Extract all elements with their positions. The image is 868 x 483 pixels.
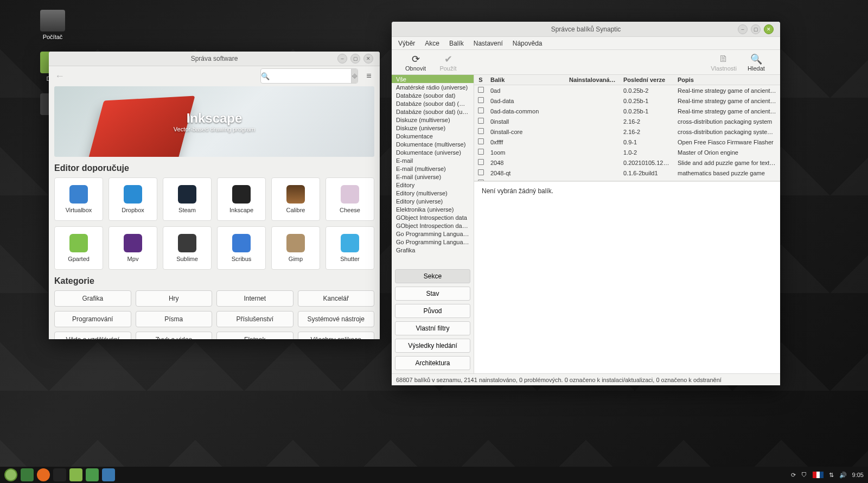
category-row[interactable]: Databáze (soubor dat) (universe): [392, 107, 474, 116]
maximize-button[interactable]: ▢: [350, 54, 360, 63]
table-row[interactable]: 0ad-data-common0.0.25b-1Real-time strate…: [474, 106, 780, 116]
category-row[interactable]: Dokumentace (multiverse): [392, 140, 474, 148]
category-row[interactable]: E-mail (universe): [392, 173, 474, 181]
table-row[interactable]: 20480.20210105.1243-1Slide and add puzzl…: [474, 157, 780, 168]
search-input[interactable]: [270, 69, 351, 83]
category-row[interactable]: E-mail: [392, 156, 474, 164]
category-button[interactable]: Flatpak: [216, 332, 293, 339]
app-tile-calibre[interactable]: Calibre: [271, 177, 320, 221]
package-checkbox[interactable]: [478, 128, 484, 134]
category-button[interactable]: Internet: [216, 290, 293, 307]
category-list[interactable]: VšeAmatérské rádio (universe)Databáze (s…: [392, 75, 474, 266]
app-tile-sublime[interactable]: Sublime: [163, 226, 212, 270]
terminal-launcher[interactable]: [53, 468, 66, 481]
category-row[interactable]: Diskuze (universe): [392, 124, 474, 132]
volume-icon[interactable]: 🔊: [839, 472, 847, 479]
category-row[interactable]: Dokumentace (universe): [392, 148, 474, 156]
category-row[interactable]: Editory (multiverse): [392, 189, 474, 197]
table-row[interactable]: 0ad0.0.25b-2Real-time strategy game of a…: [474, 85, 780, 96]
package-checkbox[interactable]: [478, 149, 484, 155]
tray-update-icon[interactable]: ⟳: [791, 472, 796, 479]
app-tile-gparted[interactable]: Gparted: [54, 226, 103, 270]
filter-button[interactable]: Vlastní filtry: [395, 321, 470, 335]
app-tile-dropbox[interactable]: Dropbox: [108, 177, 157, 221]
firefox-launcher[interactable]: [37, 468, 50, 481]
category-row[interactable]: Databáze (soubor dat) (multiverse): [392, 99, 474, 107]
desktop-icon-computer[interactable]: Počítač: [31, 10, 74, 40]
titlebar[interactable]: Správa software – ▢ ✕: [49, 52, 380, 66]
menu-item[interactable]: Balík: [449, 40, 464, 47]
table-row[interactable]: 2048-qt0.1.6-2build1mathematics based pu…: [474, 168, 780, 178]
category-row[interactable]: Go Programming Language (universe): [392, 238, 474, 246]
category-row[interactable]: E-mail (multiverse): [392, 164, 474, 173]
app-tile-gimp[interactable]: Gimp: [271, 226, 320, 270]
col-installed[interactable]: Nainstalovaná verze: [566, 75, 620, 85]
taskbar-app-2[interactable]: [102, 468, 115, 481]
category-row[interactable]: Editory (universe): [392, 197, 474, 205]
menu-item[interactable]: Nápověda: [513, 40, 542, 47]
app-tile-shutter[interactable]: Shutter: [326, 226, 374, 270]
category-row[interactable]: GObject Introspection data: [392, 213, 474, 221]
app-tile-inkscape[interactable]: Inkscape: [217, 177, 266, 221]
table-row[interactable]: 0install-core2.16-2cross-distribution pa…: [474, 126, 780, 137]
app-tile-cheese[interactable]: Cheese: [326, 177, 374, 221]
filter-button[interactable]: Původ: [395, 304, 470, 318]
minimize-button[interactable]: –: [337, 54, 347, 63]
table-row[interactable]: 2ping4.5-1Ping utility to determine dire…: [474, 178, 780, 181]
start-menu-button[interactable]: [4, 468, 17, 481]
package-checkbox[interactable]: [478, 138, 484, 144]
app-tile-steam[interactable]: Steam: [163, 177, 212, 221]
taskbar-app-1[interactable]: [86, 468, 99, 481]
app-tile-virtualbox[interactable]: Virtualbox: [54, 177, 103, 221]
network-icon[interactable]: ⇅: [829, 472, 834, 479]
category-button[interactable]: Systémové nástroje: [298, 311, 375, 327]
category-button[interactable]: Hry: [136, 290, 213, 307]
package-checkbox[interactable]: [478, 107, 484, 113]
package-checkbox[interactable]: [478, 118, 484, 124]
category-button[interactable]: Programování: [54, 311, 131, 327]
minimize-button[interactable]: –: [738, 24, 748, 34]
col-latest[interactable]: Poslední verze: [620, 75, 674, 85]
menu-item[interactable]: Výběr: [398, 40, 415, 47]
package-checkbox[interactable]: [478, 87, 484, 93]
close-button[interactable]: ✕: [363, 54, 373, 63]
category-button[interactable]: Zvuk a video: [136, 332, 213, 339]
clock[interactable]: 9:05: [852, 472, 864, 478]
keyboard-layout-icon[interactable]: [813, 472, 824, 478]
category-row[interactable]: GObject Introspection data (universe): [392, 221, 474, 230]
hamburger-menu-button[interactable]: ≡: [362, 69, 375, 82]
category-row[interactable]: Diskuze (multiverse): [392, 116, 474, 124]
category-button[interactable]: Písma: [136, 311, 213, 327]
app-tile-mpv[interactable]: Mpv: [108, 226, 157, 270]
search-button[interactable]: 🔍Hledat: [740, 53, 773, 72]
package-checkbox[interactable]: [478, 180, 484, 181]
package-checkbox[interactable]: [478, 169, 484, 175]
files-launcher[interactable]: [69, 468, 82, 481]
col-status[interactable]: S: [474, 75, 487, 85]
filter-button[interactable]: Stav: [395, 287, 470, 301]
table-row[interactable]: 0ad-data0.0.25b-1Real-time strategy game…: [474, 96, 780, 106]
search-go-button[interactable]: ⎆: [351, 69, 358, 83]
table-header[interactable]: S Balík Nainstalovaná verze Poslední ver…: [474, 75, 780, 85]
filter-button[interactable]: Architektura: [395, 356, 470, 370]
app-tile-scribus[interactable]: Scribus: [217, 226, 266, 270]
package-checkbox[interactable]: [478, 97, 484, 103]
table-row[interactable]: 1oom1.0-2Master of Orion engine: [474, 147, 780, 157]
titlebar[interactable]: Správce balíků Synaptic – ▢ ✕: [392, 22, 780, 37]
category-button[interactable]: Příslušenství: [216, 311, 293, 327]
filter-button[interactable]: Sekce: [395, 269, 470, 283]
featured-banner[interactable]: Inkscape Vector-based drawing program: [54, 86, 374, 157]
category-button[interactable]: Kancelář: [298, 290, 375, 307]
back-button[interactable]: ←: [53, 69, 66, 82]
category-row[interactable]: Databáze (soubor dat): [392, 91, 474, 99]
refresh-button[interactable]: ⟳Obnovit: [399, 53, 432, 72]
col-description[interactable]: Popis: [674, 75, 780, 85]
menu-item[interactable]: Akce: [425, 40, 439, 47]
category-row[interactable]: Go Programming Language: [392, 230, 474, 238]
category-button[interactable]: Věda a vzdělávání: [54, 332, 131, 339]
close-button[interactable]: ✕: [764, 24, 774, 34]
category-row[interactable]: Grafika: [392, 246, 474, 254]
category-row[interactable]: Elektronika (universe): [392, 205, 474, 213]
col-package[interactable]: Balík: [487, 75, 566, 85]
category-row[interactable]: Amatérské rádio (universe): [392, 83, 474, 91]
